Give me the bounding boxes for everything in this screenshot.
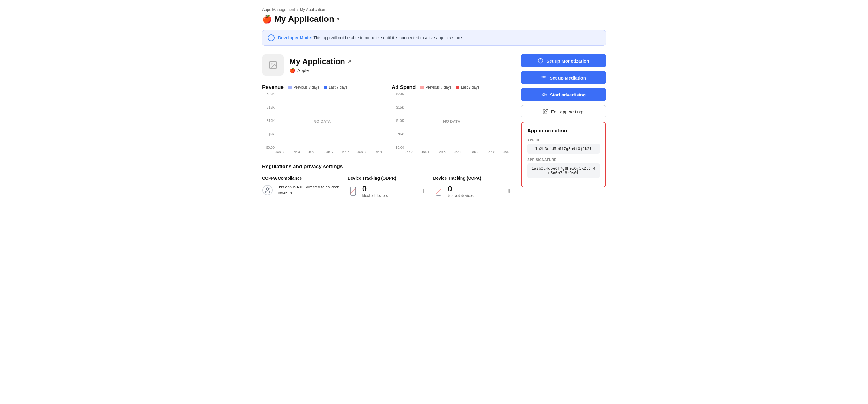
breadcrumb-current: My Application bbox=[300, 7, 326, 12]
gridline: $0.00 bbox=[405, 148, 512, 148]
revenue-legend: Previous 7 days Last 7 days bbox=[288, 85, 347, 90]
dev-mode-banner: ! Developer Mode: This app will not be a… bbox=[262, 30, 606, 46]
coppa-title: COPPA Compliance bbox=[262, 176, 340, 180]
charts-row: Revenue Previous 7 days Last 7 days bbox=[262, 85, 512, 154]
gdpr-download-icon[interactable]: ⬇ bbox=[421, 188, 426, 195]
revenue-chart-area: $20K $15K $10K $5K bbox=[262, 94, 382, 148]
revenue-chart: Revenue Previous 7 days Last 7 days bbox=[262, 85, 382, 154]
revenue-legend-prev: Previous 7 days bbox=[288, 85, 319, 90]
adspend-legend-last: Last 7 days bbox=[456, 85, 479, 90]
app-information-card: App information APP ID 1a2b3c4d5e6f7g8h9… bbox=[521, 122, 606, 188]
svg-rect-11 bbox=[543, 76, 545, 76]
app-icon-placeholder bbox=[262, 54, 284, 76]
coppa-icon bbox=[262, 185, 273, 196]
svg-rect-12 bbox=[543, 77, 545, 78]
set-up-monetization-button[interactable]: Set up Monetization bbox=[521, 54, 606, 67]
privacy-title: Regulations and privacy settings bbox=[262, 164, 512, 170]
start-advertising-button[interactable]: Start advertising bbox=[521, 88, 606, 101]
gdpr-content: 0 blocked devices ⬇ bbox=[348, 184, 426, 198]
main-content: My Application ↗ 🍎 Apple Revenue bbox=[262, 54, 606, 198]
revenue-x-labels: Jan 3 Jan 4 Jan 5 Jan 6 Jan 7 Jan 8 Jan … bbox=[262, 150, 382, 154]
edit-settings-icon bbox=[542, 109, 548, 114]
external-link-icon[interactable]: ↗ bbox=[347, 59, 351, 64]
advertising-icon bbox=[541, 92, 547, 97]
dev-mode-text: Developer Mode: This app will not be abl… bbox=[278, 35, 463, 40]
gdpr-device-icon bbox=[348, 186, 359, 197]
coppa-text: This app is NOT directed to children und… bbox=[277, 184, 340, 196]
adspend-legend: Previous 7 days Last 7 days bbox=[421, 85, 479, 90]
adspend-chart: Ad Spend Previous 7 days Last 7 days bbox=[392, 85, 512, 154]
app-name-title: My Application ↗ bbox=[289, 57, 351, 66]
privacy-section: Regulations and privacy settings COPPA C… bbox=[262, 164, 512, 198]
left-column: My Application ↗ 🍎 Apple Revenue bbox=[262, 54, 512, 198]
ccpa-device-icon bbox=[433, 186, 444, 197]
adspend-no-data: NO DATA bbox=[443, 119, 460, 123]
revenue-chart-header: Revenue Previous 7 days Last 7 days bbox=[262, 85, 382, 91]
app-info-header: My Application ↗ 🍎 Apple bbox=[262, 54, 512, 76]
privacy-cards: COPPA Compliance This app is NOT directe… bbox=[262, 176, 512, 198]
revenue-no-data: NO DATA bbox=[314, 119, 331, 123]
adspend-chart-title: Ad Spend bbox=[392, 85, 415, 91]
breadcrumb-separator: / bbox=[297, 7, 298, 12]
svg-line-15 bbox=[542, 77, 543, 77]
app-information-title: App information bbox=[527, 128, 600, 134]
gridline: $0.00 bbox=[276, 148, 382, 148]
ccpa-stats: 0 blocked devices bbox=[447, 184, 473, 198]
svg-line-16 bbox=[545, 76, 545, 77]
revenue-prev-dot bbox=[288, 86, 292, 89]
svg-line-8 bbox=[436, 189, 441, 194]
revenue-legend-last: Last 7 days bbox=[323, 85, 347, 90]
edit-app-settings-button[interactable]: Edit app settings bbox=[521, 105, 606, 118]
svg-line-6 bbox=[351, 189, 355, 194]
gdpr-card: Device Tracking (GDPR) 0 blocked devices… bbox=[348, 176, 426, 198]
page-title: My Application bbox=[274, 14, 334, 24]
apple-logo-icon: 🍎 bbox=[262, 15, 272, 23]
gdpr-title: Device Tracking (GDPR) bbox=[348, 176, 426, 180]
ccpa-title: Device Tracking (CCPA) bbox=[433, 176, 512, 180]
svg-marker-18 bbox=[542, 94, 545, 96]
app-store-row: 🍎 Apple bbox=[289, 67, 351, 73]
app-signature-label: APP SIGNATURE bbox=[527, 158, 600, 162]
coppa-card: COPPA Compliance This app is NOT directe… bbox=[262, 176, 340, 198]
right-column: Set up Monetization Set up Mediation bbox=[521, 54, 606, 198]
adspend-legend-prev: Previous 7 days bbox=[421, 85, 451, 90]
ccpa-card: Device Tracking (CCPA) 0 blocked devices… bbox=[433, 176, 512, 198]
app-id-value: 1a2b3c4d5e6f7g8h9i0j1k2l bbox=[527, 144, 600, 154]
revenue-chart-title: Revenue bbox=[262, 85, 284, 91]
svg-line-17 bbox=[545, 77, 545, 77]
revenue-last-dot bbox=[323, 86, 327, 89]
gridline: $5K bbox=[276, 135, 382, 135]
adspend-chart-area: $20K $15K $10K $5K bbox=[392, 94, 512, 148]
gridline: $5K bbox=[405, 135, 512, 135]
adspend-prev-dot bbox=[421, 86, 424, 89]
adspend-x-labels: Jan 3 Jan 4 Jan 5 Jan 6 Jan 7 Jan 8 Jan … bbox=[392, 150, 512, 154]
gridline: $20K bbox=[276, 94, 382, 94]
ccpa-content: 0 blocked devices ⬇ bbox=[433, 184, 512, 198]
mediation-icon bbox=[541, 75, 547, 80]
coppa-content: This app is NOT directed to children und… bbox=[262, 184, 340, 196]
adspend-last-dot bbox=[456, 86, 459, 89]
ccpa-download-icon[interactable]: ⬇ bbox=[507, 188, 512, 195]
dev-mode-label: Developer Mode: bbox=[278, 35, 312, 40]
apple-store-icon: 🍎 bbox=[289, 67, 296, 73]
app-title-row: 🍎 My Application ▾ bbox=[262, 14, 606, 24]
breadcrumb-parent[interactable]: Apps Management bbox=[262, 7, 295, 12]
adspend-chart-header: Ad Spend Previous 7 days Last 7 days bbox=[392, 85, 512, 91]
gridline: $15K bbox=[276, 108, 382, 108]
info-icon: ! bbox=[268, 34, 275, 41]
gdpr-stats: 0 blocked devices bbox=[362, 184, 388, 198]
app-signature-value: 1a2b3c4d5e6f7g8h9i0j1k2l3m4n5o6p7q8r9s0t bbox=[527, 163, 600, 178]
gridline: $20K bbox=[405, 94, 512, 94]
app-name-block: My Application ↗ 🍎 Apple bbox=[289, 57, 351, 73]
set-up-mediation-button[interactable]: Set up Mediation bbox=[521, 71, 606, 85]
breadcrumb: Apps Management / My Application bbox=[262, 7, 606, 12]
gridline: $15K bbox=[405, 108, 512, 108]
svg-line-14 bbox=[542, 76, 543, 77]
svg-rect-13 bbox=[545, 76, 546, 77]
svg-rect-10 bbox=[542, 76, 543, 77]
monetization-icon bbox=[538, 58, 543, 64]
svg-point-1 bbox=[271, 63, 272, 64]
image-placeholder-icon bbox=[268, 60, 278, 70]
chevron-down-icon[interactable]: ▾ bbox=[337, 16, 339, 22]
app-id-label: APP ID bbox=[527, 138, 600, 142]
